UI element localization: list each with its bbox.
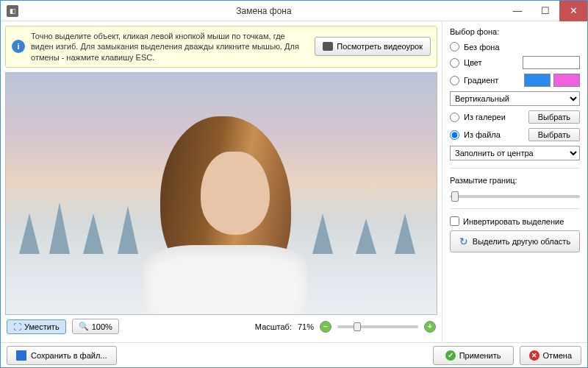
canvas[interactable] bbox=[5, 72, 437, 315]
choose-file-button[interactable]: Выбрать bbox=[528, 128, 580, 141]
options-pane: Выбор фона: Без фона Цвет Градиент Верти… bbox=[442, 21, 587, 342]
hint-bar: i Точно выделите объект, кликая левой кн… bbox=[5, 26, 437, 68]
invert-checkbox[interactable] bbox=[450, 216, 459, 226]
blur-label: Размытие границ: bbox=[450, 176, 580, 185]
radio-gradient[interactable] bbox=[450, 76, 459, 85]
apply-button[interactable]: ✓ Применить bbox=[433, 346, 514, 365]
window-title: Замена фона bbox=[24, 6, 503, 16]
cancel-label: Отмена bbox=[543, 351, 572, 360]
zoom-in-button[interactable]: + bbox=[424, 321, 436, 333]
select-other-area-button[interactable]: ↻ Выделить другую область bbox=[450, 230, 580, 252]
radio-color[interactable] bbox=[450, 58, 459, 68]
zoom-slider[interactable] bbox=[337, 325, 418, 328]
cancel-button[interactable]: ✕ Отмена bbox=[520, 346, 581, 365]
save-label: Сохранить в файл... bbox=[31, 351, 107, 360]
label-from-file: Из файла bbox=[464, 130, 524, 139]
info-icon: i bbox=[12, 40, 25, 53]
app-icon: ◧ bbox=[7, 5, 18, 17]
zoom-100-button[interactable]: 🔍 100% bbox=[72, 319, 119, 334]
blur-slider[interactable] bbox=[450, 195, 580, 198]
gradient-color-1[interactable] bbox=[524, 74, 551, 87]
gradient-color-2[interactable] bbox=[553, 74, 580, 87]
scale-label: Масштаб: bbox=[255, 322, 292, 331]
save-to-file-button[interactable]: Сохранить в файл... bbox=[7, 346, 117, 365]
minimize-button[interactable]: — bbox=[503, 1, 531, 21]
fit-label: Уместить bbox=[24, 322, 60, 331]
webcam-icon bbox=[323, 42, 333, 51]
choose-gallery-button[interactable]: Выбрать bbox=[528, 110, 580, 124]
close-button[interactable]: ✕ bbox=[559, 1, 587, 21]
fill-mode-select[interactable]: Заполнить от центра bbox=[450, 146, 580, 160]
fit-button[interactable]: ⛶ Уместить bbox=[7, 319, 66, 334]
video-button-label: Посмотреть видеоурок bbox=[337, 42, 423, 51]
window-controls: — ☐ ✕ bbox=[503, 1, 587, 21]
radio-from-gallery[interactable] bbox=[450, 113, 459, 122]
label-no-bg: Без фона bbox=[464, 43, 580, 52]
scale-value: 71% bbox=[298, 322, 314, 331]
bottom-bar: Сохранить в файл... ✓ Применить ✕ Отмена bbox=[1, 342, 587, 367]
x-icon: ✕ bbox=[529, 350, 539, 361]
refresh-icon: ↻ bbox=[459, 236, 468, 247]
hint-text: Точно выделите объект, кликая левой кноп… bbox=[31, 31, 309, 63]
label-color: Цвет bbox=[464, 58, 518, 67]
color-swatch[interactable] bbox=[523, 56, 580, 69]
zoom-out-button[interactable]: − bbox=[320, 321, 331, 333]
zoom-value: 100% bbox=[92, 322, 112, 331]
maximize-button[interactable]: ☐ bbox=[531, 1, 559, 21]
editor-pane: i Точно выделите объект, кликая левой кн… bbox=[1, 21, 442, 342]
select-other-label: Выделить другую область bbox=[473, 237, 570, 246]
apply-label: Применить bbox=[459, 351, 501, 360]
photo-preview bbox=[6, 73, 437, 314]
radio-no-bg[interactable] bbox=[450, 42, 459, 52]
label-gradient: Градиент bbox=[464, 76, 520, 85]
bg-section-title: Выбор фона: bbox=[450, 27, 580, 36]
gradient-type-select[interactable]: Вертикальный bbox=[450, 91, 580, 106]
check-icon: ✓ bbox=[445, 350, 456, 361]
video-tutorial-button[interactable]: Посмотреть видеоурок bbox=[315, 37, 431, 56]
fit-icon: ⛶ bbox=[13, 322, 21, 331]
titlebar: ◧ Замена фона — ☐ ✕ bbox=[1, 1, 587, 21]
magnifier-icon: 🔍 bbox=[79, 322, 89, 331]
radio-from-file[interactable] bbox=[450, 130, 459, 140]
label-from-gallery: Из галереи bbox=[464, 113, 524, 121]
invert-label: Инвертировать выделение bbox=[463, 217, 564, 226]
scale-toolbar: ⛶ Уместить 🔍 100% Масштаб: 71% − + bbox=[5, 315, 437, 338]
floppy-icon bbox=[16, 350, 26, 361]
